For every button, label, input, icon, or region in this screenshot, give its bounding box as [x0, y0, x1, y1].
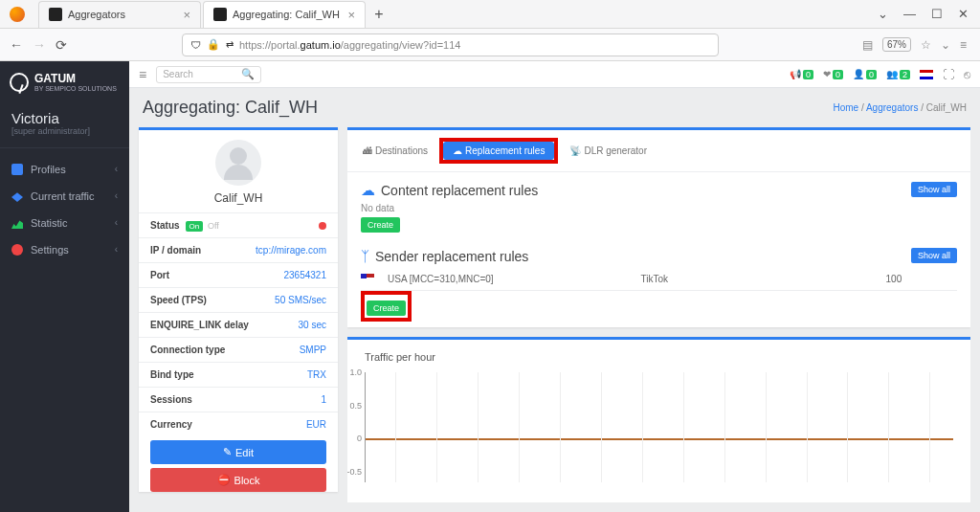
close-tab-icon[interactable]: × — [347, 8, 355, 22]
sender-showall-button[interactable]: Show all — [911, 248, 957, 263]
statistic-icon — [11, 217, 23, 229]
row-number: 100 — [831, 274, 957, 284]
sidebar-item-statistic[interactable]: Statistic ‹ — [0, 210, 129, 236]
sender-rule-row[interactable]: USA [MCC=310,MNC=0] TikTok 100 — [361, 268, 957, 291]
tab-label: Aggregating: Calif_WH — [233, 9, 340, 20]
topbar-badge-4[interactable]: 👥2 — [886, 69, 910, 79]
hamburger-icon[interactable]: ≡ — [139, 67, 146, 82]
profiles-icon — [11, 164, 23, 175]
avatar — [215, 140, 261, 186]
row-sender: TikTok — [640, 274, 830, 284]
breadcrumb-current: Calif_WH — [926, 102, 967, 113]
browser-tab-aggregating[interactable]: Aggregating: Calif_WH × — [203, 1, 366, 28]
reload-button[interactable]: ⟳ — [56, 37, 67, 53]
highlight-replacement-tab: ☁Replacement rules — [439, 138, 558, 164]
zoom-level[interactable]: 67% — [882, 37, 911, 52]
us-flag-icon — [361, 274, 374, 282]
close-tab-icon[interactable]: × — [183, 8, 190, 22]
logout-icon[interactable]: ⎋ — [964, 68, 970, 81]
close-window-icon[interactable]: ✕ — [958, 7, 969, 21]
nav-label: Current traffic — [31, 190, 94, 202]
content-showall-button[interactable]: Show all — [911, 182, 957, 197]
chart-title: Traffic per hour — [365, 351, 953, 363]
search-placeholder: Search — [163, 69, 193, 79]
language-flag-icon[interactable] — [920, 70, 933, 79]
topbar-badge-2[interactable]: ❤0 — [823, 69, 843, 79]
row-enquire: ENQUIRE_LINK delay30 sec — [139, 312, 338, 337]
nav-label: Settings — [31, 244, 69, 256]
sidebar-item-settings[interactable]: Settings ‹ — [0, 236, 129, 263]
tab-destinations[interactable]: 🏙Destinations — [357, 143, 434, 159]
status-dot-icon — [319, 222, 326, 230]
browser-tab-aggregators[interactable]: Aggregators × — [38, 1, 201, 28]
chevron-left-icon: ‹ — [115, 244, 118, 255]
sender-create-button[interactable]: Create — [367, 301, 406, 316]
ytick: 0 — [347, 434, 362, 443]
chevron-left-icon: ‹ — [115, 190, 118, 201]
row-country: USA [MCC=310,MNC=0] — [388, 274, 640, 284]
topbar-badge-1[interactable]: 📢0 — [790, 69, 813, 79]
chevron-left-icon: ‹ — [115, 164, 118, 174]
forward-button: → — [33, 37, 46, 53]
traffic-chart: 1.0 0.5 0 -0.5 — [365, 372, 953, 482]
profile-name: Calif_WH — [150, 191, 326, 205]
maximize-icon[interactable]: ☐ — [931, 7, 943, 21]
destinations-icon: 🏙 — [363, 145, 372, 156]
url-host: gatum.io — [301, 39, 341, 51]
url-path: /aggregating/view?id=114 — [341, 39, 461, 51]
pocket-icon[interactable]: ⌄ — [941, 38, 950, 52]
url-prefix: https://portal. — [239, 39, 301, 51]
chevron-left-icon: ‹ — [115, 217, 118, 228]
brand-sub: BY SEMPICO SOLUTIONS — [34, 85, 117, 93]
address-bar[interactable]: 🛡 🔒 ⇄ https://portal.gatum.io/aggregatin… — [182, 33, 719, 56]
row-status: Status On Off — [139, 212, 338, 237]
row-speed: Speed (TPS)50 SMS/sec — [139, 287, 338, 312]
row-port: Port23654321 — [139, 262, 338, 287]
status-off-label[interactable]: Off — [208, 221, 219, 231]
toggle-icon[interactable]: ⇄ — [226, 39, 234, 50]
page-title: Aggregating: Calif_WH — [143, 98, 318, 118]
menu-icon[interactable]: ≡ — [960, 38, 967, 52]
bookmark-star-icon[interactable]: ☆ — [921, 38, 931, 52]
reader-icon[interactable]: ▤ — [862, 38, 873, 52]
tab-dlr-generator[interactable]: 📡DLR generator — [564, 143, 653, 159]
user-name: Victoria — [11, 110, 118, 126]
sidebar-item-traffic[interactable]: Current traffic ‹ — [0, 183, 129, 210]
shield-icon[interactable]: 🛡 — [190, 39, 201, 51]
firefox-icon — [10, 7, 25, 22]
ytick: -0.5 — [347, 467, 362, 477]
status-on-badge[interactable]: On — [186, 221, 204, 232]
minimize-icon[interactable]: — — [903, 7, 916, 21]
breadcrumb-home[interactable]: Home — [833, 102, 858, 113]
traffic-icon — [11, 190, 23, 202]
sidebar: GATUM BY SEMPICO SOLUTIONS Victoria [sup… — [0, 61, 129, 512]
favicon-icon — [213, 8, 227, 21]
tab-replacement-rules[interactable]: ☁Replacement rules — [443, 142, 554, 160]
ytick: 1.0 — [347, 367, 362, 377]
block-button[interactable]: ⛔Block — [150, 468, 326, 492]
block-icon: ⛔ — [217, 474, 231, 486]
tab-label: Aggregators — [68, 9, 125, 20]
ytick: 0.5 — [347, 401, 362, 411]
breadcrumb: Home / Aggregators / Calif_WH — [833, 102, 967, 113]
edit-button[interactable]: ✎Edit — [150, 440, 326, 464]
antenna-icon: ᛉ — [361, 248, 369, 264]
topbar-badge-3[interactable]: 👤0 — [853, 69, 877, 79]
search-input[interactable]: Search 🔍 — [156, 66, 261, 83]
favicon-icon — [49, 8, 62, 21]
row-connection: Connection typeSMPP — [139, 337, 338, 362]
row-ip: IP / domaintcp://mirage.com — [139, 237, 338, 262]
content-create-button[interactable]: Create — [361, 217, 400, 233]
chevron-down-icon[interactable]: ⌄ — [878, 7, 888, 21]
search-icon: 🔍 — [241, 68, 255, 80]
edit-icon: ✎ — [223, 446, 232, 458]
breadcrumb-aggregators[interactable]: Aggregators — [866, 102, 918, 113]
new-tab-button[interactable]: + — [368, 3, 390, 26]
sidebar-item-profiles[interactable]: Profiles ‹ — [0, 156, 129, 183]
back-button[interactable]: ← — [10, 37, 23, 53]
lock-icon[interactable]: 🔒 — [207, 38, 220, 51]
fullscreen-icon[interactable]: ⛶ — [943, 68, 954, 81]
brand-name: GATUM — [34, 73, 117, 85]
sidebar-user: Victoria [super administrator] — [0, 104, 129, 148]
highlight-create-button: Create — [361, 291, 412, 322]
